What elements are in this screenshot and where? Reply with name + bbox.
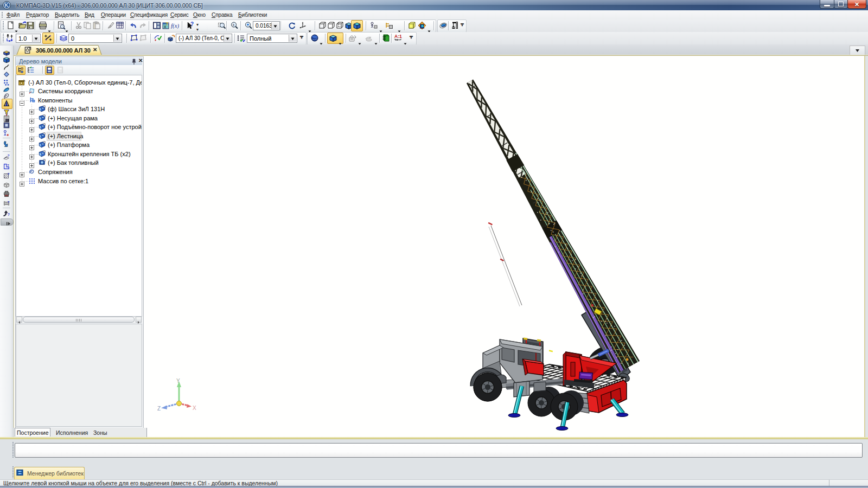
svg-text:f(x): f(x)	[171, 22, 179, 29]
svg-text:±: ±	[233, 23, 235, 27]
svg-text:?: ?	[165, 21, 169, 27]
svg-text:?: ?	[7, 163, 9, 167]
svg-text:?: ?	[8, 200, 10, 204]
svg-text:?: ?	[8, 153, 10, 157]
svg-text:?: ?	[190, 21, 194, 27]
svg-text:?: ?	[8, 172, 10, 176]
svg-text:?: ?	[8, 213, 10, 216]
svg-text:A:1: A:1	[394, 34, 402, 39]
